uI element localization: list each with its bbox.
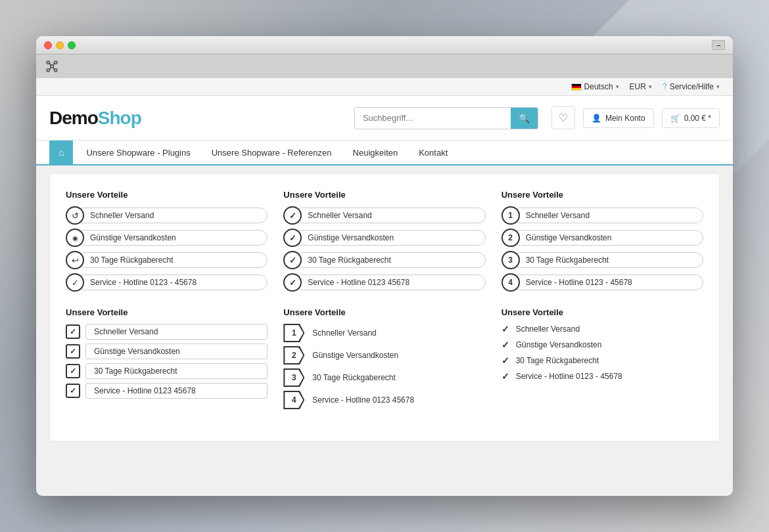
advantages-bottom-row: Unsere Vorteile ✓ Schneller Versand ✓ Gü… [66, 307, 703, 409]
item-num-circle: 2 [501, 229, 520, 247]
app-icon [44, 58, 60, 74]
item-num-circle: 3 [501, 251, 520, 269]
item-num-circle: 4 [501, 273, 520, 292]
svg-point-4 [51, 65, 53, 68]
list-item: 2 Günstige Versandkosten [501, 229, 703, 247]
language-selector[interactable]: Deutsch ▾ [571, 82, 619, 91]
list-item: ↩ 30 Tage Rückgaberecht [66, 251, 268, 269]
item-icon-circle: ✓ [66, 273, 84, 292]
item-check: ✓ [501, 371, 509, 382]
account-button[interactable]: 👤 Mein Konto [583, 108, 654, 128]
item-label: Schneller Versand [516, 324, 580, 334]
language-dropdown-arrow: ▾ [616, 83, 619, 90]
item-label: Schneller Versand [76, 208, 268, 223]
section-2-title: Unsere Vorteile [283, 190, 485, 200]
section-4-list: ✓ Schneller Versand ✓ Günstige Versandko… [66, 324, 268, 399]
item-label: 30 Tage Rückgaberecht [76, 252, 268, 268]
section-6-title: Unsere Vorteile [501, 307, 703, 317]
nav-item-kontakt[interactable]: Kontakt [408, 141, 458, 164]
currency-label: EUR [630, 82, 646, 91]
item-label: Schneller Versand [294, 208, 485, 223]
item-checkbox: ✓ [66, 384, 80, 398]
item-checkbox: ✓ [66, 324, 80, 339]
search-bar: 🔍 [354, 107, 538, 129]
store-logo[interactable]: DemoShop [49, 108, 141, 129]
item-icon-circle: ↩ [66, 251, 84, 269]
wishlist-button[interactable]: ♡ [551, 106, 575, 129]
svg-line-7 [49, 68, 51, 70]
section-3-list: 1 Schneller Versand 2 Günstige Versandko… [501, 206, 703, 292]
list-item: ✓ Service - Hotline 0123 45678 [283, 273, 485, 292]
list-item: ✓ 30 Tage Rückgaberecht [501, 355, 703, 366]
svg-line-5 [49, 62, 51, 65]
section-1-list: ↺ Schneller Versand ◉ Günstige Versandko… [66, 206, 268, 292]
section-3-title: Unsere Vorteile [501, 190, 703, 200]
list-item: ✓ 30 Tage Rückgaberecht [66, 363, 268, 379]
list-item: ✓ Schneller Versand [66, 324, 268, 340]
svg-line-8 [53, 68, 55, 70]
list-item: 2 Günstige Versandkosten [283, 346, 485, 365]
list-item: ✓ Service - Hotline 0123 45678 [66, 383, 268, 399]
item-label: 30 Tage Rückgaberecht [516, 356, 599, 365]
nav-item-neuigkeiten[interactable]: Neuigkeiten [342, 141, 409, 164]
search-button[interactable]: 🔍 [511, 108, 538, 129]
item-checkbox: ✓ [66, 344, 80, 359]
maximize-button[interactable] [68, 41, 76, 49]
language-label: Deutsch [584, 82, 613, 91]
list-item: ✓ Günstige Versandkosten [283, 229, 485, 247]
item-label: Schneller Versand [512, 208, 703, 223]
item-icon-circle: ↺ [66, 206, 84, 225]
item-arrow-wrapper: 3 [283, 368, 304, 387]
item-label: 30 Tage Rückgaberecht [294, 252, 485, 268]
item-label: Service - Hotline 0123 - 45678 [76, 275, 268, 290]
list-item: ✓ Schneller Versand [283, 206, 485, 225]
service-dropdown-arrow: ▾ [716, 83, 720, 90]
item-check: ✓ [501, 355, 509, 366]
cart-icon: 🛒 [670, 114, 680, 123]
nav-item-referenzen[interactable]: Unsere Shopware - Referenzen [201, 141, 342, 164]
item-label: Günstige Versandkosten [516, 340, 602, 349]
advantages-top-row: Unsere Vorteile ↺ Schneller Versand ◉ Gü… [66, 190, 703, 292]
item-label: Schneller Versand [85, 324, 268, 340]
section-6-list: ✓ Schneller Versand ✓ Günstige Versandko… [501, 324, 703, 382]
title-bar-right: – [712, 40, 725, 50]
minimize-button[interactable] [56, 41, 64, 49]
cart-label: 0,00 € * [684, 114, 711, 123]
section-1: Unsere Vorteile ↺ Schneller Versand ◉ Gü… [66, 190, 268, 292]
nav-item-plugins[interactable]: Unsere Shopware - Plugins [76, 141, 200, 164]
list-item: 1 Schneller Versand [283, 324, 485, 342]
home-icon: ⌂ [58, 147, 64, 158]
traffic-lights [44, 41, 76, 49]
list-item: ✓ Schneller Versand [501, 324, 703, 334]
item-arrow-wrapper: 4 [283, 391, 304, 409]
section-6: Unsere Vorteile ✓ Schneller Versand ✓ Gü… [501, 307, 703, 409]
list-item: ✓ Service - Hotline 0123 - 45678 [501, 371, 703, 382]
item-check: ✓ [501, 324, 509, 334]
app-icon-bar [36, 55, 733, 78]
item-label: 30 Tage Rückgaberecht [512, 252, 703, 268]
item-label: Service - Hotline 0123 - 45678 [516, 372, 622, 381]
top-bar: Deutsch ▾ EUR ▾ ? Service/Hilfe ▾ [36, 78, 733, 96]
search-input[interactable] [355, 108, 511, 128]
item-icon-circle: ◉ [66, 229, 84, 247]
mac-window: – Deutsch ▾ [36, 36, 733, 496]
close-button[interactable] [44, 41, 52, 49]
section-3: Unsere Vorteile 1 Schneller Versand 2 Gü… [501, 190, 703, 292]
list-item: ✓ 30 Tage Rückgaberecht [283, 251, 485, 269]
browser-content: Deutsch ▾ EUR ▾ ? Service/Hilfe ▾ DemoSh… [36, 78, 733, 496]
list-item: ◉ Günstige Versandkosten [66, 229, 268, 247]
window-ctrl-button[interactable]: – [712, 40, 725, 50]
currency-selector[interactable]: EUR ▾ [630, 82, 652, 91]
header-actions: ♡ 👤 Mein Konto 🛒 0,00 € * [551, 106, 720, 129]
service-hilfe[interactable]: ? Service/Hilfe ▾ [663, 82, 720, 91]
service-label: Service/Hilfe [670, 82, 714, 91]
service-icon: ? [663, 82, 667, 91]
section-2-list: ✓ Schneller Versand ✓ Günstige Versandko… [283, 206, 485, 292]
item-label: Günstige Versandkosten [304, 348, 485, 363]
cart-button[interactable]: 🛒 0,00 € * [662, 108, 720, 128]
main-content: Unsere Vorteile ↺ Schneller Versand ◉ Gü… [49, 173, 720, 441]
item-label: Schneller Versand [304, 326, 485, 340]
list-item: 1 Schneller Versand [501, 206, 703, 225]
section-4: Unsere Vorteile ✓ Schneller Versand ✓ Gü… [66, 307, 268, 409]
nav-home-button[interactable]: ⌂ [49, 141, 73, 164]
